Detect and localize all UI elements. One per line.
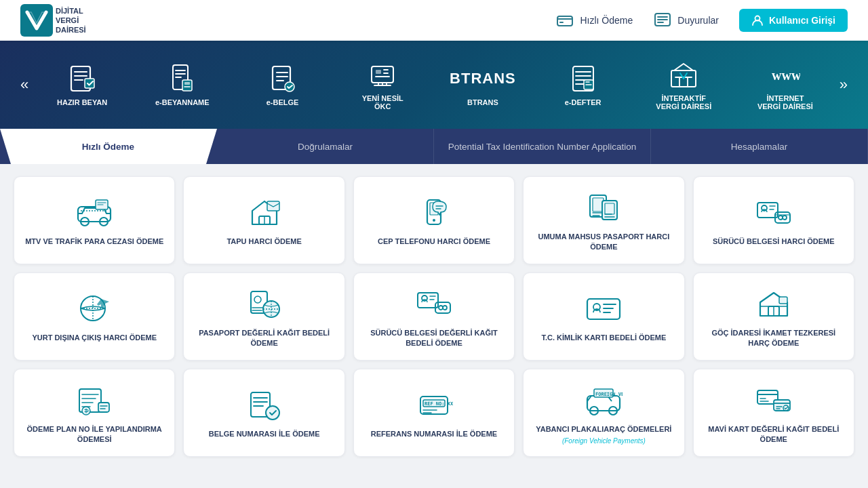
svg-rect-1 [557,16,572,26]
e-belge-label: e-BELGE [267,98,299,106]
card-kimlik[interactable]: T.C. KİMLİK KARTI BEDELİ ÖDEME [523,272,684,361]
next-arrow[interactable]: » [833,76,854,94]
header: DİJİTAL VERGİ DAİRESİ Hızlı Ödeme [0,0,868,41]
card-yurt-disi[interactable]: YURT DIŞINA ÇIKIŞ HARCI ÖDEME [14,272,175,361]
svg-point-11 [285,82,294,92]
surucu-kagit-label: SÜRÜCÜ BELGESİ DEĞERLİ KAĞIT BEDELİ ÖDEM… [362,328,506,349]
yeni-nesil-okc-icon [366,60,399,90]
tapu-icon [245,196,283,230]
card-mtv[interactable]: MTV VE TRAFİK PARA CEZASI ÖDEME [14,176,175,264]
surucu-icon [755,196,793,230]
card-odeme-plan[interactable]: ÖDEME PLAN NO İLE YAPILANDIRMA ÖDEMESİ [14,369,175,457]
svg-rect-49 [779,297,787,304]
svg-rect-24 [267,201,279,211]
odeme-plan-icon [75,384,113,418]
duyurular-icon [653,11,672,30]
nav-item-hazir-beyan[interactable]: HAZIR BEYAN [55,64,109,106]
kimlik-icon [585,292,623,326]
referans-label: REFERANS NUMARASI İLE ÖDEME [371,429,497,439]
main-content: MTV VE TRAFİK PARA CEZASI ÖDEME TAPU HAR… [0,164,868,469]
yabanci-plaka-icon: FOREIGN VEHICLE [585,384,623,418]
cep-label: CEP TELEFONU HARCI ÖDEME [378,237,490,247]
svg-text:REF NO: XXXX: REF NO: XXXX [425,401,453,407]
card-surucu[interactable]: SÜRÜCÜ BELGESİ HARCI ÖDEME [693,176,854,264]
btrans-label: BTRANS [467,98,498,106]
login-icon [751,14,764,26]
hizli-odeme-link[interactable]: Hızlı Ödeme [555,11,633,30]
btrans-icon: BTRANS [466,64,500,94]
interaktif-icon [667,60,701,90]
card-surucu-kagit[interactable]: SÜRÜCÜ BELGESİ DEĞERLİ KAĞIT BEDELİ ÖDEM… [353,272,515,361]
nav-items: HAZIR BEYAN e-BEYANNAME [35,60,833,110]
svg-rect-0 [20,4,53,37]
e-belge-icon [266,64,300,94]
belge-no-icon [245,388,283,422]
login-button[interactable]: Kullanıcı Girişi [739,9,848,32]
kimlik-label: T.C. KİMLİK KARTI BEDELİ ÖDEME [541,333,666,343]
e-defter-label: e-DEFTER [565,98,601,106]
svg-rect-51 [98,403,109,412]
tab-nav: Hızlı Ödeme Doğrulamalar Potential Tax I… [0,129,868,164]
top-nav-bar: « HAZIR BEYAN [0,41,868,129]
tab-hesaplamalar[interactable]: Hesaplamalar [651,129,868,164]
mtv-label: MTV VE TRAFİK PARA CEZASI ÖDEME [25,237,163,247]
belge-no-label: BELGE NUMARASI İLE ÖDEME [209,429,320,439]
hazir-beyan-label: HAZIR BEYAN [57,98,107,106]
cep-icon [415,196,453,230]
pasaport-label: UMUMA MAHSUS PASAPORT HARCI ÖDEME [532,232,675,253]
logo-icon [20,4,53,37]
internet-icon: www [768,60,802,90]
e-defter-icon [566,64,600,94]
hazir-beyan-icon [65,64,99,94]
svg-rect-6 [85,79,94,88]
yurt-disi-icon [75,292,113,326]
nav-item-e-beyanname[interactable]: e-BEYANNAME [155,64,210,106]
prev-arrow[interactable]: « [14,76,35,94]
goc-idaresi-label: GÖÇ İDARESİ İKAMET TEZKERESİ HARÇ ÖDEME [702,328,846,349]
referans-icon: REF NO: XXXX [415,388,453,422]
card-pasaport[interactable]: UMUMA MAHSUS PASAPORT HARCI ÖDEME [523,176,684,264]
pasaport-icon [585,191,623,225]
svg-point-44 [439,306,443,310]
card-belge-no[interactable]: BELGE NUMARASI İLE ÖDEME [183,369,344,457]
nav-item-e-belge[interactable]: e-BELGE [256,64,310,106]
nav-item-interaktif[interactable]: İNTERAKTİFVERGİ DAİRESİ [656,60,711,110]
svg-rect-58 [587,396,620,411]
card-pasaport-kagit[interactable]: PASAPORT DEĞERLİ KAĞIT BEDELİ ÖDEME [183,272,344,361]
logo-area: DİJİTAL VERGİ DAİRESİ [20,4,86,37]
svg-point-45 [443,306,447,310]
card-tapu[interactable]: TAPU HARCI ÖDEME [183,176,344,264]
hizli-odeme-icon [555,11,574,30]
card-mavi-kart[interactable]: MAVİ KART DEĞERLİ KAĞIT BEDELİ ÖDEME [693,369,854,457]
svg-rect-9 [184,82,190,85]
card-referans[interactable]: REF NO: XXXX REFERANS NUMARASI İLE ÖDEME [353,369,515,457]
card-cep[interactable]: CEP TELEFONU HARCI ÖDEME [353,176,515,264]
nav-item-internet[interactable]: www İNTERNETVERGİ DAİRESİ [757,60,813,110]
tab-hizli-odeme[interactable]: Hızlı Ödeme [0,129,217,164]
svg-point-54 [266,406,279,420]
tab-potential-tax[interactable]: Potential Tax Identification Number Appl… [434,129,651,164]
svg-text:FOREIGN VEHICLE: FOREIGN VEHICLE [595,392,623,397]
card-goc-idaresi[interactable]: GÖÇ İDARESİ İKAMET TEZKERESİ HARÇ ÖDEME [693,272,854,361]
internet-label: İNTERNETVERGİ DAİRESİ [757,94,813,110]
nav-item-e-defter[interactable]: e-DEFTER [556,64,610,106]
header-right: Hızlı Ödeme Duyurular Kullanıcı Girişi [555,9,848,32]
tapu-label: TAPU HARCI ÖDEME [226,237,301,247]
tab-dogrulamalar[interactable]: Doğrulamalar [217,129,434,164]
nav-item-yeni-nesil-okc[interactable]: YENİ NESİLÖKC [355,60,410,110]
nav-item-btrans[interactable]: BTRANS BTRANS [456,64,510,106]
svg-point-27 [433,219,435,222]
interaktif-label: İNTERAKTİFVERGİ DAİRESİ [656,94,711,110]
svg-rect-2 [559,22,564,23]
card-yabanci-plaka[interactable]: FOREIGN VEHICLE YABANCI PLAKALIARAÇ ÖDEM… [523,369,684,457]
yurt-disi-label: YURT DIŞINA ÇIKIŞ HARCI ÖDEME [32,333,157,343]
duyurular-link[interactable]: Duyurular [653,11,719,30]
svg-rect-12 [372,66,393,83]
goc-idaresi-icon [755,287,793,321]
svg-text:www: www [772,68,800,83]
svg-point-35 [778,216,783,220]
yabanci-plaka-sub: (Foreign Vehicle Payments) [562,437,646,445]
mtv-icon [75,196,113,230]
odeme-plan-label: ÖDEME PLAN NO İLE YAPILANDIRMA ÖDEMESİ [22,424,166,445]
pasaport-kagit-label: PASAPORT DEĞERLİ KAĞIT BEDELİ ÖDEME [192,328,336,349]
